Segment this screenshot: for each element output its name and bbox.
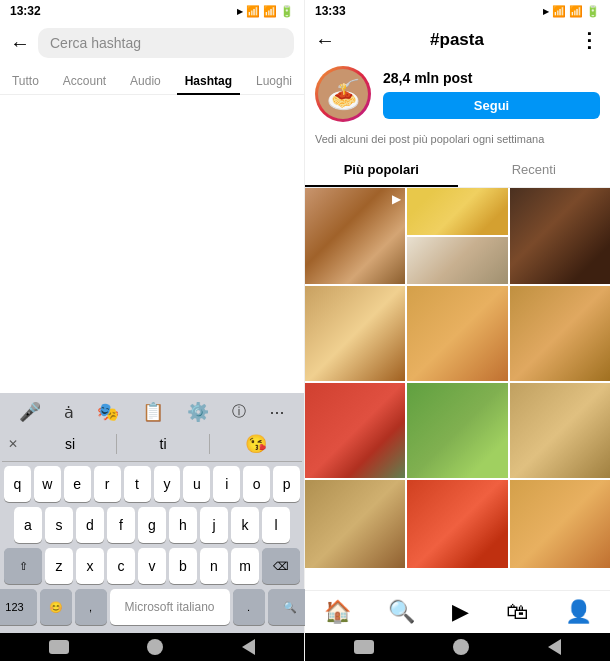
grid-cell-6[interactable] — [407, 286, 507, 381]
hashtag-avatar: 🍝 — [315, 66, 371, 122]
grid-cell-12[interactable] — [407, 480, 507, 568]
subtitle-text: Vedi alcuni dei post più popolari ogni s… — [305, 130, 610, 154]
header-row: ← #pasta ⋮ — [305, 22, 610, 58]
key-f[interactable]: f — [107, 507, 135, 543]
key-i[interactable]: i — [213, 466, 240, 502]
nav-back-right[interactable] — [548, 639, 561, 655]
pred-close[interactable]: ✕ — [2, 435, 24, 453]
key-k[interactable]: k — [231, 507, 259, 543]
grid-cell-13[interactable] — [510, 480, 610, 568]
grid-cell-11[interactable] — [305, 480, 405, 568]
key-p[interactable]: p — [273, 466, 300, 502]
more-icon[interactable]: ··· — [269, 402, 284, 423]
time-right: 13:33 — [315, 4, 346, 18]
follow-button[interactable]: Segui — [383, 92, 600, 119]
back-button-left[interactable]: ← — [10, 32, 30, 55]
clipboard-icon[interactable]: 📋 — [142, 401, 164, 423]
key-j[interactable]: j — [200, 507, 228, 543]
nav-recent-right[interactable] — [354, 640, 374, 654]
key-m[interactable]: m — [231, 548, 259, 584]
tab-audio[interactable]: Audio — [122, 68, 169, 94]
pred-ti[interactable]: ti — [117, 434, 210, 454]
key-comma[interactable]: , — [75, 589, 107, 625]
key-h[interactable]: h — [169, 507, 197, 543]
nav-home-icon[interactable]: 🏠 — [324, 599, 351, 625]
wifi-icon: 📶 — [263, 5, 277, 18]
key-o[interactable]: o — [243, 466, 270, 502]
key-b[interactable]: b — [169, 548, 197, 584]
grid-col-middle — [407, 188, 507, 284]
info-icon[interactable]: ⓘ — [232, 403, 246, 421]
pred-emoji[interactable]: 😘 — [210, 431, 302, 457]
key-u[interactable]: u — [183, 466, 210, 502]
key-row-3: ⇧ z x c v b n m ⌫ — [4, 548, 300, 584]
key-n[interactable]: n — [200, 548, 228, 584]
key-w[interactable]: w — [34, 466, 61, 502]
status-bar-left: 13:32 ▸ 📶 📶 🔋 — [0, 0, 304, 22]
bottom-nav: 🏠 🔍 ▶ 🛍 👤 — [305, 590, 610, 633]
keyboard: 🎤 ȧ 🎭 📋 ⚙️ ⓘ ··· ✕ si ti 😘 q w e r t y — [0, 393, 304, 633]
key-r[interactable]: r — [94, 466, 121, 502]
nav-search-icon[interactable]: 🔍 — [388, 599, 415, 625]
search-results — [0, 95, 304, 393]
key-t[interactable]: t — [124, 466, 151, 502]
text-format-icon[interactable]: ȧ — [64, 403, 74, 422]
key-c[interactable]: c — [107, 548, 135, 584]
tab-hashtag[interactable]: Hashtag — [177, 68, 240, 94]
key-backspace[interactable]: ⌫ — [262, 548, 300, 584]
pred-si[interactable]: si — [24, 434, 117, 454]
key-q[interactable]: q — [4, 466, 31, 502]
grid-cell-9[interactable] — [407, 383, 507, 478]
nav-shop-icon[interactable]: 🛍 — [506, 599, 528, 625]
grid-cell-1[interactable]: ▶ — [305, 188, 405, 284]
grid-cell-8[interactable] — [305, 383, 405, 478]
key-v[interactable]: v — [138, 548, 166, 584]
status-icons-left: ▸ 📶 📶 🔋 — [237, 5, 294, 18]
nav-profile-icon[interactable]: 👤 — [565, 599, 592, 625]
mic-icon[interactable]: 🎤 — [19, 401, 41, 423]
key-123[interactable]: 123 — [0, 589, 37, 625]
post-count: 28,4 mln post — [383, 70, 600, 86]
more-options-button[interactable]: ⋮ — [579, 28, 600, 52]
nav-home-left[interactable] — [147, 639, 163, 655]
battery-icon: 🔋 — [280, 5, 294, 18]
sticker-icon[interactable]: 🎭 — [97, 401, 119, 423]
key-period[interactable]: . — [233, 589, 265, 625]
hashtag-title: #pasta — [430, 30, 484, 50]
key-d[interactable]: d — [76, 507, 104, 543]
tab-recenti[interactable]: Recenti — [458, 154, 611, 187]
tab-account[interactable]: Account — [55, 68, 114, 94]
grid-cell-7[interactable] — [510, 286, 610, 381]
nav-reels-icon[interactable]: ▶ — [452, 599, 469, 625]
signal-icon-right: 📶 — [552, 5, 566, 18]
settings-icon[interactable]: ⚙️ — [187, 401, 209, 423]
status-icons-right: ▸ 📶 📶 🔋 — [543, 5, 600, 18]
tab-luoghi[interactable]: Luoghi — [248, 68, 300, 94]
bottom-bar-right — [305, 633, 610, 661]
key-shift[interactable]: ⇧ — [4, 548, 42, 584]
key-emoji[interactable]: 😊 — [40, 589, 72, 625]
grid-cell-3[interactable] — [407, 237, 507, 284]
tabs-row-right: Più popolari Recenti — [305, 154, 610, 188]
nav-back-left[interactable] — [242, 639, 255, 655]
status-bar-right: 13:33 ▸ 📶 📶 🔋 — [305, 0, 610, 22]
key-z[interactable]: z — [45, 548, 73, 584]
tab-piu-popolari[interactable]: Più popolari — [305, 154, 458, 187]
key-y[interactable]: y — [154, 466, 181, 502]
key-a[interactable]: a — [14, 507, 42, 543]
key-e[interactable]: e — [64, 466, 91, 502]
key-g[interactable]: g — [138, 507, 166, 543]
back-button-right[interactable]: ← — [315, 29, 335, 52]
key-l[interactable]: l — [262, 507, 290, 543]
key-space[interactable]: Microsoft italiano — [110, 589, 230, 625]
key-s[interactable]: s — [45, 507, 73, 543]
nav-recent-left[interactable] — [49, 640, 69, 654]
search-input[interactable]: Cerca hashtag — [38, 28, 294, 58]
grid-cell-5[interactable] — [305, 286, 405, 381]
grid-cell-2[interactable] — [407, 188, 507, 235]
grid-cell-4[interactable] — [510, 188, 610, 284]
grid-cell-10[interactable] — [510, 383, 610, 478]
tab-tutto[interactable]: Tutto — [4, 68, 47, 94]
nav-home-right[interactable] — [453, 639, 469, 655]
key-x[interactable]: x — [76, 548, 104, 584]
